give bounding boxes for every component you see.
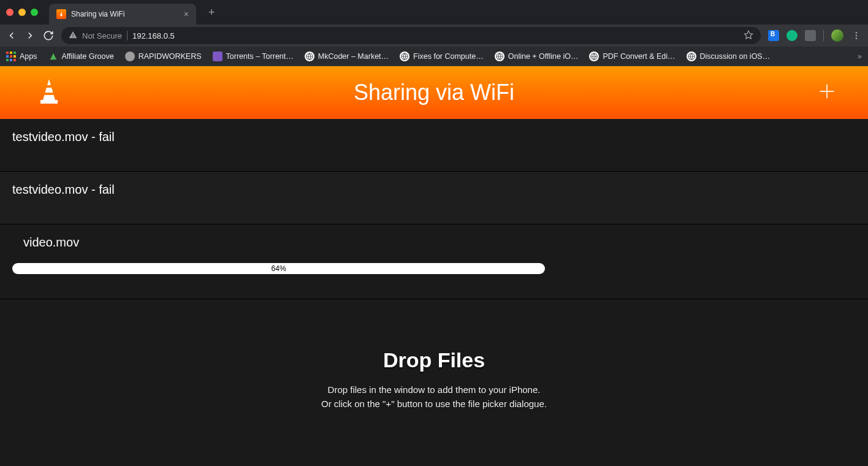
svg-marker-5 xyxy=(50,53,56,59)
bookmark-item[interactable]: Torrents – Torrent… xyxy=(213,52,294,61)
menu-icon[interactable] xyxy=(851,30,862,41)
bookmark-label: Discussion on iOS… xyxy=(700,52,771,61)
svg-point-4 xyxy=(856,37,858,39)
apps-icon xyxy=(6,52,16,61)
separator xyxy=(823,30,824,41)
svg-marker-1 xyxy=(744,31,752,39)
file-name: testvideo.mov - fail xyxy=(12,130,856,144)
forward-button[interactable] xyxy=(25,30,36,41)
page-title: Sharing via WiFi xyxy=(354,80,514,105)
drop-zone[interactable]: Drop Files Drop files in the window to a… xyxy=(0,299,868,448)
new-tab-button[interactable]: + xyxy=(204,4,220,21)
globe-icon xyxy=(305,52,314,61)
drop-zone-title: Drop Files xyxy=(12,348,856,372)
bookmark-item[interactable]: Fixes for Compute… xyxy=(400,52,484,61)
bookmark-label: PDF Convert & Edi… xyxy=(603,52,675,61)
vlc-cone-icon xyxy=(37,78,61,107)
back-button[interactable] xyxy=(6,30,17,41)
upload-row: video.mov 64% xyxy=(0,224,868,299)
bookmark-item[interactable]: Online + Offline iO… xyxy=(495,52,579,61)
svg-point-2 xyxy=(856,32,858,34)
progress-bar: 64% xyxy=(12,263,545,274)
bookmarks-bar: Apps Affiliate Groove RAPIDWORKERS Torre… xyxy=(0,47,868,66)
drop-zone-line2: Or click on the "+" button to use the fi… xyxy=(12,397,856,411)
bookmark-item[interactable]: RAPIDWORKERS xyxy=(125,52,202,61)
globe-icon xyxy=(400,52,409,61)
extension-icon[interactable] xyxy=(768,30,779,41)
page-content: Sharing via WiFi testvideo.mov - fail te… xyxy=(0,66,868,466)
svg-point-3 xyxy=(856,35,858,37)
progress-track: 64% xyxy=(12,263,845,274)
svg-rect-12 xyxy=(46,85,52,88)
file-name: testvideo.mov - fail xyxy=(12,183,856,197)
tab-title: Sharing via WiFi xyxy=(71,10,179,18)
globe-icon xyxy=(589,52,599,61)
bookmark-favicon-icon xyxy=(213,52,223,61)
bookmark-item[interactable]: PDF Convert & Edi… xyxy=(589,52,675,61)
bookmark-favicon-icon xyxy=(125,52,135,61)
url-text: 192.168.0.5 xyxy=(132,31,175,40)
not-secure-icon xyxy=(69,31,77,41)
bookmarks-overflow-icon[interactable]: » xyxy=(858,52,862,61)
address-separator xyxy=(127,31,128,40)
file-row: testvideo.mov - fail xyxy=(0,119,868,172)
bookmark-label: RAPIDWORKERS xyxy=(139,52,202,61)
address-bar[interactable]: Not Secure 192.168.0.5 xyxy=(61,27,761,44)
close-tab-icon[interactable]: × xyxy=(184,9,189,19)
browser-toolbar: Not Secure 192.168.0.5 xyxy=(0,25,868,47)
extension-icon[interactable] xyxy=(805,30,816,41)
bookmark-favicon-icon xyxy=(48,52,58,61)
globe-icon xyxy=(687,52,696,61)
globe-icon xyxy=(495,52,504,61)
bookmark-label: Online + Offline iO… xyxy=(508,52,579,61)
close-window-button[interactable] xyxy=(6,9,13,16)
security-label: Not Secure xyxy=(82,31,122,40)
bookmark-item[interactable]: MkCoder – Market… xyxy=(305,52,389,61)
bookmark-label: Affiliate Groove xyxy=(62,52,114,61)
window-controls xyxy=(6,9,38,16)
bookmark-label: Apps xyxy=(20,52,37,61)
bookmark-label: MkCoder – Market… xyxy=(318,52,389,61)
progress-percent-label: 64% xyxy=(272,264,286,273)
browser-tab-strip: Sharing via WiFi × + xyxy=(0,0,868,25)
svg-marker-0 xyxy=(60,12,63,16)
profile-avatar[interactable] xyxy=(831,29,843,42)
page-header: Sharing via WiFi xyxy=(0,66,868,119)
bookmark-label: Torrents – Torrent… xyxy=(226,52,294,61)
bookmark-item[interactable]: Affiliate Groove xyxy=(48,52,114,61)
add-file-button[interactable] xyxy=(817,81,837,104)
upload-file-name: video.mov xyxy=(23,235,856,250)
vlc-favicon-icon xyxy=(56,9,66,19)
file-row: testvideo.mov - fail xyxy=(0,172,868,224)
extension-icon[interactable] xyxy=(786,30,798,41)
svg-rect-14 xyxy=(40,100,58,104)
bookmark-star-icon[interactable] xyxy=(744,30,753,42)
bookmark-label: Fixes for Compute… xyxy=(413,52,484,61)
bookmark-apps[interactable]: Apps xyxy=(6,52,37,61)
toolbar-right-icons xyxy=(768,29,862,42)
svg-rect-13 xyxy=(44,93,54,95)
reload-button[interactable] xyxy=(43,30,54,41)
bookmark-item[interactable]: Discussion on iOS… xyxy=(687,52,771,61)
minimize-window-button[interactable] xyxy=(18,9,26,16)
maximize-window-button[interactable] xyxy=(31,9,38,16)
drop-zone-line1: Drop files in the window to add them to … xyxy=(12,383,856,397)
svg-marker-11 xyxy=(43,79,55,100)
browser-tab[interactable]: Sharing via WiFi × xyxy=(49,4,196,25)
